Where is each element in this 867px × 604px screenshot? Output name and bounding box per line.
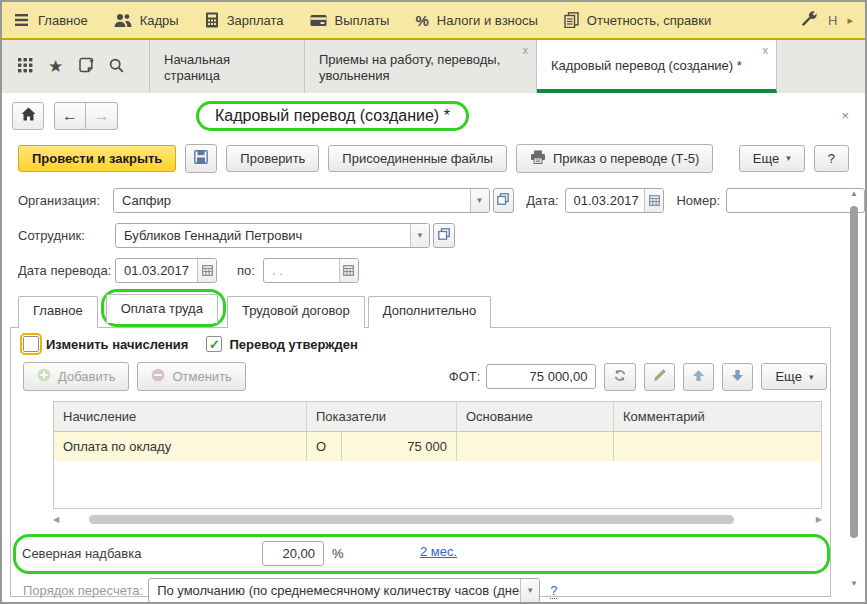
tab-additional[interactable]: Дополнительно	[368, 296, 492, 328]
button-label: Отменить	[172, 369, 231, 384]
tab-label: Начальная страница	[164, 52, 278, 84]
scroll-down-icon[interactable]: ▼	[850, 580, 858, 588]
post-and-close-button[interactable]: Провести и закрыть	[18, 145, 176, 172]
combo-dropdown-button[interactable]: ▼	[410, 224, 429, 247]
cell-amount: 75 000	[342, 432, 457, 461]
checkbox-checked-icon: ✓	[206, 336, 222, 352]
vertical-scrollbar[interactable]: ▲ ▼	[848, 190, 860, 588]
cell-indicator: О	[307, 432, 342, 461]
attached-files-button[interactable]: Присоединенные файлы	[328, 145, 507, 172]
recalc-dropdown[interactable]: По умолчанию (по среднемесячному количес…	[148, 578, 540, 603]
scroll-up-icon[interactable]: ▲	[850, 190, 858, 198]
form-close-icon[interactable]: ×	[841, 108, 849, 123]
scroll-left-icon[interactable]: ◀	[53, 516, 59, 524]
recalc-label: Порядок пересчета:	[23, 583, 143, 598]
refresh-icon	[613, 369, 627, 385]
vertical-scroll-thumb[interactable]	[850, 206, 858, 538]
refresh-button[interactable]	[604, 363, 636, 391]
close-icon[interactable]: x	[523, 45, 529, 56]
move-up-button[interactable]	[683, 363, 714, 391]
date-input[interactable]: 01.03.2017	[565, 188, 665, 213]
column-header-basis[interactable]: Основание	[457, 402, 614, 432]
button-label: Еще	[775, 369, 801, 384]
months-link[interactable]: 2 мес.	[420, 544, 457, 559]
tab-home-page[interactable]: Начальная страница	[150, 40, 305, 93]
table-row[interactable]: Оплата по окладу О 75 000	[54, 432, 821, 461]
menu-item-label: Зарплата	[227, 13, 284, 28]
organization-row: Организация: Сапфир ▼ Дата: 01.03.2017 Н…	[2, 187, 865, 213]
back-button[interactable]: ←	[54, 102, 86, 130]
column-header-indicators[interactable]: Показатели	[307, 402, 457, 432]
table-more-button[interactable]: Еще▾	[761, 363, 827, 390]
transfer-date-input[interactable]: 01.03.2017	[115, 258, 217, 283]
tab-hires-transfers[interactable]: Приемы на работу, переводы, увольнения x	[305, 40, 537, 93]
save-button[interactable]	[185, 144, 217, 173]
checkbox-row: Изменить начисления ✓ Перевод утвержден	[11, 334, 830, 358]
close-icon[interactable]: x	[763, 45, 769, 56]
check-button[interactable]: Проверить	[226, 145, 319, 172]
help-button[interactable]: ?	[814, 145, 849, 172]
column-header-accrual[interactable]: Начисление	[54, 402, 307, 432]
tab-pay[interactable]: Оплата труда	[106, 294, 218, 323]
search-icon[interactable]	[109, 58, 124, 76]
horizontal-scrollbar[interactable]: ◀ ▶	[53, 513, 822, 526]
tab-main[interactable]: Главное	[18, 296, 98, 328]
chevron-down-icon[interactable]: ▼	[520, 579, 539, 602]
menu-item-label: Выплаты	[335, 13, 390, 28]
recalc-help-link[interactable]: ?	[550, 583, 557, 599]
transfer-order-button[interactable]: Приказ о переводе (Т-5)	[516, 144, 713, 173]
change-accruals-checkbox[interactable]: Изменить начисления	[23, 336, 188, 352]
quick-tools: ★	[2, 40, 150, 93]
fot-input[interactable]: 75 000,00	[486, 364, 596, 389]
menu-item-salary[interactable]: Зарплата	[205, 12, 284, 28]
forward-button[interactable]: →	[86, 102, 118, 130]
menu-item-taxes[interactable]: % Налоги и взносы	[415, 12, 537, 29]
number-input[interactable]	[726, 188, 865, 213]
move-down-button[interactable]	[722, 363, 753, 391]
star-icon[interactable]: ★	[48, 58, 63, 75]
fot-label: ФОТ:	[449, 369, 481, 384]
cell-accrual: Оплата по окладу	[54, 432, 307, 461]
menu-item-main[interactable]: Главное	[14, 13, 88, 28]
home-button[interactable]	[12, 102, 44, 130]
menu-item-payments[interactable]: Выплаты	[310, 13, 390, 28]
scroll-right-icon[interactable]: ▶	[816, 516, 822, 524]
calendar-button[interactable]	[197, 259, 216, 282]
history-icon[interactable]	[78, 57, 94, 76]
wrench-icon[interactable]	[801, 11, 818, 30]
tab-contract[interactable]: Трудовой договор	[227, 296, 365, 328]
employee-combobox[interactable]: Бубликов Геннадий Петрович ▼	[115, 223, 430, 248]
transfer-date-value: 01.03.2017	[116, 263, 197, 278]
minus-circle-icon	[151, 368, 165, 385]
printer-icon	[530, 150, 546, 167]
horizontal-scroll-thumb[interactable]	[89, 515, 734, 524]
transfer-approved-checkbox[interactable]: ✓ Перевод утвержден	[206, 336, 357, 352]
more-button[interactable]: Еще▾	[739, 145, 805, 172]
percent-icon: %	[415, 12, 428, 29]
organization-label: Организация:	[18, 193, 113, 208]
calendar-button[interactable]	[644, 189, 663, 212]
add-row-button[interactable]: Добавить	[23, 362, 129, 391]
menu-overflow-arrow-icon[interactable]: ▸	[847, 14, 853, 27]
tab-personnel-transfer[interactable]: Кадровый перевод (создание) * x	[537, 40, 777, 93]
menu-item-reports[interactable]: Отчетность, справки	[564, 12, 711, 28]
date-value: 01.03.2017	[566, 193, 645, 208]
combo-dropdown-button[interactable]: ▼	[470, 189, 489, 212]
cancel-row-button[interactable]: Отменить	[137, 362, 245, 391]
transfer-to-input[interactable]: . .	[263, 258, 359, 283]
menu-item-settings-truncated[interactable]: Н	[828, 13, 837, 28]
organization-combobox[interactable]: Сапфир ▼	[113, 188, 490, 213]
menu-item-hr[interactable]: Кадры	[114, 13, 179, 28]
employee-open-button[interactable]	[433, 223, 455, 248]
pay-tab-panel: Изменить начисления ✓ Перевод утвержден …	[10, 327, 831, 597]
calendar-button[interactable]	[339, 259, 358, 282]
chevron-down-icon: ▼	[416, 231, 424, 240]
edit-button[interactable]	[644, 363, 675, 391]
form-header: ← → Кадровый перевод (создание) * ×	[2, 93, 865, 138]
apps-grid-icon[interactable]	[18, 58, 33, 76]
column-header-comment[interactable]: Комментарий	[614, 402, 821, 432]
fot-value: 75 000,00	[487, 369, 595, 384]
menu-item-label: Отчетность, справки	[587, 13, 711, 28]
organization-open-button[interactable]	[493, 188, 515, 213]
northern-allowance-input[interactable]: 20,00	[262, 541, 324, 566]
